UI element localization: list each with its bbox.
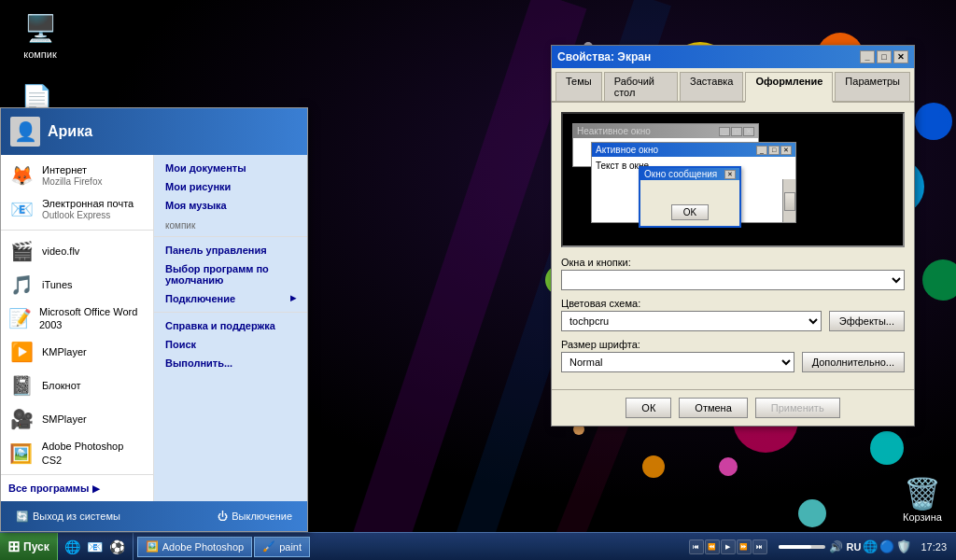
menu-item-video[interactable]: 🎬 video.flv xyxy=(1,234,153,268)
tab-desktop[interactable]: Рабочий стол xyxy=(604,72,678,101)
video-label: video.flv xyxy=(42,245,79,258)
taskbar-app-buttons: 🖼️ Adobe Photoshop 🖌️ paint xyxy=(134,533,685,560)
menu-my-pics[interactable]: Мои рисунки xyxy=(154,177,307,196)
lang-indicator[interactable]: RU xyxy=(847,541,862,553)
dialog-apply-btn[interactable]: Применить xyxy=(755,398,840,418)
dialog-ok-btn[interactable]: ОК xyxy=(626,398,671,418)
network-icon[interactable]: 🌐 xyxy=(863,539,878,553)
dialog-cancel-btn[interactable]: Отмена xyxy=(679,398,747,418)
active-window-preview: Активное окно _ □ ✕ Текст в окне Окно со… xyxy=(591,142,796,223)
display-properties-dialog: Свойства: Экран _ □ ✕ Темы Рабочий стол … xyxy=(551,45,915,427)
media-prev-btn[interactable]: ⏮ xyxy=(689,539,704,554)
menu-item-firefox[interactable]: 🦊 Интернет Mozilla Firefox xyxy=(1,159,153,192)
msgbox-close-btn: ✕ xyxy=(724,170,736,179)
menu-my-music[interactable]: Моя музыка xyxy=(154,196,307,215)
antivirus-icon[interactable]: 🛡️ xyxy=(896,539,911,553)
active-title-text: Активное окно xyxy=(596,145,658,155)
trash-icon[interactable]: 🗑️ Корзина xyxy=(894,476,950,523)
menu-default-progs[interactable]: Выбор программ по умолчанию xyxy=(154,259,307,289)
tab-screensaver[interactable]: Заставка xyxy=(680,72,743,101)
active-window-body: Текст в окне Окно сообщения ✕ OK xyxy=(592,157,795,222)
menu-run[interactable]: Выполнить... xyxy=(154,354,307,372)
font-size-select[interactable]: Normal xyxy=(561,352,794,372)
trash-image: 🗑️ xyxy=(904,476,941,511)
volume-icon: 🔊 xyxy=(829,540,843,553)
windows-buttons-select[interactable] xyxy=(561,270,905,290)
effects-btn[interactable]: Эффекты... xyxy=(829,311,905,331)
message-box-preview: Окно сообщения ✕ OK xyxy=(639,166,741,228)
color-scheme-select[interactable]: tochpcru xyxy=(561,311,822,331)
quick-ball-icon[interactable]: ⚽ xyxy=(108,538,127,556)
bluetooth-icon[interactable]: 🔵 xyxy=(879,539,894,553)
color-scheme-label: Цветовая схема: xyxy=(561,298,822,309)
windows-logo-icon: ⊞ xyxy=(7,538,20,555)
menu-item-itunes[interactable]: 🎵 iTunes xyxy=(1,268,153,301)
inactive-min-btn: _ xyxy=(719,127,730,136)
video-icon: 🎬 xyxy=(8,238,35,264)
active-min-btn: _ xyxy=(756,146,767,155)
menu-my-docs[interactable]: Мои документы xyxy=(154,159,307,177)
start-menu-footer: 🔄 Выход из системы ⏻ Выключение xyxy=(1,501,307,531)
volume-slider[interactable] xyxy=(779,545,825,549)
active-close-btn: ✕ xyxy=(780,146,792,155)
msgbox-ok-btn[interactable]: OK xyxy=(671,204,709,220)
dialog-minimize-btn[interactable]: _ xyxy=(860,50,875,63)
shutdown-btn[interactable]: ⏻ Выключение xyxy=(212,509,298,524)
start-button[interactable]: ⊞ Пуск xyxy=(0,533,58,561)
quick-ie-icon[interactable]: 🌐 xyxy=(63,538,82,556)
dialog-close-btn[interactable]: ✕ xyxy=(893,50,908,63)
menu-item-photoshop[interactable]: 🖼️ Adobe Photoshop CS2 xyxy=(1,436,153,470)
media-fwd-btn[interactable]: ⏩ xyxy=(737,539,752,554)
windows-buttons-row: Окна и кнопки: xyxy=(561,257,905,290)
active-tb-buttons: _ □ ✕ xyxy=(756,146,792,155)
preview-area: Неактивное окно _ □ ✕ Активное окно xyxy=(561,112,905,247)
dialog-maximize-btn[interactable]: □ xyxy=(877,50,892,63)
taskbar-photoshop-btn[interactable]: 🖼️ Adobe Photoshop xyxy=(137,537,252,557)
kmplayer-label: KMPlayer xyxy=(42,345,87,358)
media-rew-btn[interactable]: ⏪ xyxy=(705,539,720,554)
logout-label: Выход из системы xyxy=(33,511,120,522)
preview-scrollbar[interactable] xyxy=(782,179,795,222)
taskbar-paint-btn[interactable]: 🖌️ paint xyxy=(254,537,310,557)
logout-btn[interactable]: 🔄 Выход из системы xyxy=(10,509,126,525)
start-menu: 👤 Арика 🦊 Интернет Mozilla Firefox 📧 Эле… xyxy=(0,107,308,532)
menu-komputer-section: компик xyxy=(154,215,307,232)
taskbar-right: ⏮ ⏪ ▶ ⏩ ⏭ 🔊 RU 🌐 🔵 🛡️ 17:23 xyxy=(685,533,956,560)
start-menu-left-panel: 🦊 Интернет Mozilla Firefox 📧 Электронная… xyxy=(1,155,154,501)
menu-search[interactable]: Поиск xyxy=(154,335,307,354)
menu-control-panel[interactable]: Панель управления xyxy=(154,241,307,259)
menu-item-kmplayer[interactable]: ▶️ KMPlayer xyxy=(1,335,153,369)
right-separator-1 xyxy=(154,236,307,237)
quick-mail-icon[interactable]: 📧 xyxy=(86,538,105,556)
taskbar: ⊞ Пуск 🌐 📧 ⚽ 🖼️ Adobe Photoshop 🖌️ paint… xyxy=(0,532,956,560)
menu-item-notepad[interactable]: 📓 Блокнот xyxy=(1,369,153,402)
windows-buttons-label: Окна и кнопки: xyxy=(561,257,905,268)
menu-help[interactable]: Справка и поддержка xyxy=(154,316,307,335)
dialog-titlebar-buttons: _ □ ✕ xyxy=(860,50,908,63)
itunes-icon: 🎵 xyxy=(8,272,35,298)
inactive-close-btn: ✕ xyxy=(743,127,754,136)
active-titlebar: Активное окно _ □ ✕ xyxy=(592,143,795,157)
font-size-label: Размер шрифта: xyxy=(561,339,794,350)
quick-launch-bar: 🌐 📧 ⚽ xyxy=(58,533,134,560)
tab-appearance[interactable]: Оформление xyxy=(745,72,833,103)
menu-item-smplayer[interactable]: 🎥 SMPlayer xyxy=(1,402,153,436)
media-play-btn[interactable]: ▶ xyxy=(721,539,736,554)
media-next-btn[interactable]: ⏭ xyxy=(752,539,767,554)
all-programs-btn[interactable]: Все программы ▶ xyxy=(1,479,153,497)
photoshop-taskbar-icon: 🖼️ xyxy=(146,540,159,553)
inactive-max-btn: □ xyxy=(731,127,742,136)
outlook-label: Электронная почта Outlook Express xyxy=(42,197,134,220)
menu-connect[interactable]: Подключение xyxy=(154,289,307,308)
inactive-tb-buttons: _ □ ✕ xyxy=(719,127,754,136)
advanced-btn[interactable]: Дополнительно... xyxy=(802,352,905,372)
msword-icon: 📝 xyxy=(8,305,32,331)
tab-themes[interactable]: Темы xyxy=(555,72,602,101)
menu-item-outlook[interactable]: 📧 Электронная почта Outlook Express xyxy=(1,192,153,226)
photoshop-label: Adobe Photoshop CS2 xyxy=(42,440,146,467)
menu-item-msword[interactable]: 📝 Microsoft Office Word 2003 xyxy=(1,301,153,336)
photoshop-taskbar-label: Adobe Photoshop xyxy=(162,541,244,553)
tab-settings[interactable]: Параметры xyxy=(835,72,910,101)
desktop-icon-kompik[interactable]: 🖥️ компик xyxy=(7,9,73,60)
active-max-btn: □ xyxy=(768,146,780,155)
